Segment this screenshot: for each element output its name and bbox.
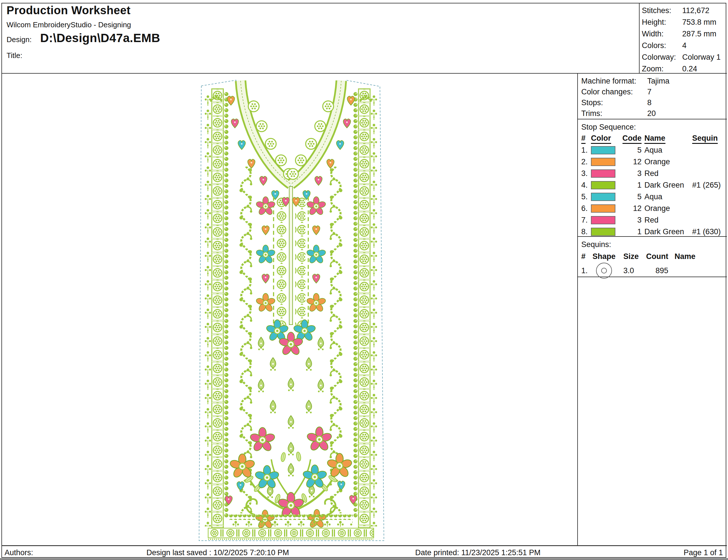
stop-sequence-row: 8.1Dark Green#1 (630) <box>578 226 727 238</box>
info-row-zoom: Zoom: 0.24 <box>640 63 727 75</box>
paisley-drops <box>258 337 324 429</box>
machine-info-section: Machine format: Tajima Color changes: 7 … <box>578 74 727 119</box>
design-preview-area <box>1 74 577 545</box>
machine-format-row: Machine format: Tajima <box>578 76 727 86</box>
stops-row: Stops: 8 <box>578 97 727 108</box>
stop-sequence-row: 3.3Red <box>578 168 727 179</box>
col-sequin: Sequin <box>692 134 718 144</box>
design-path: D:\Design\D47a.EMB <box>40 31 160 45</box>
info-label: Width: <box>640 28 682 40</box>
color-changes-row: Color changes: 7 <box>578 86 727 97</box>
stop-sequence-row: 2.12Orange <box>578 156 727 168</box>
page-edge-shadow <box>0 558 728 560</box>
stop-sequence-row: 4.1Dark Green#1 (265) <box>578 179 727 191</box>
stop-sequence-row: 1.5Aqua <box>578 144 727 156</box>
col-size: Size <box>623 252 639 261</box>
col-name: Name <box>675 252 696 261</box>
color-swatch <box>591 228 615 236</box>
machine-label: Trims: <box>578 108 647 119</box>
machine-value: 7 <box>647 86 727 97</box>
info-value: 0.24 <box>682 63 727 75</box>
machine-label: Machine format: <box>578 76 647 86</box>
sequins-header: # Shape Size Count Name <box>578 251 727 263</box>
machine-label: Stops: <box>578 97 647 108</box>
info-label: Colors: <box>640 40 682 51</box>
design-row: Design: D:\Design\D47a.EMB <box>7 31 160 45</box>
color-swatch <box>591 193 615 201</box>
col-count: Count <box>646 252 668 261</box>
info-label: Height: <box>640 16 682 28</box>
page-number: Page 1 of 1 <box>684 548 723 557</box>
header: Production Worksheet Wilcom EmbroiderySt… <box>2 3 638 73</box>
col-name: Name <box>644 134 665 144</box>
info-value: 287.5 mm <box>682 28 727 40</box>
last-saved-text: Design last saved : 10/2/2025 7:20:10 PM <box>146 548 289 557</box>
info-label: Colorway: <box>640 51 682 63</box>
col-num: # <box>581 252 586 261</box>
info-row-colors: Colors: 4 <box>640 40 727 51</box>
authors-label: Authors: <box>5 548 33 557</box>
stop-sequence-heading: Stop Sequence: <box>578 119 727 133</box>
sequins-heading: Sequins: <box>578 237 727 251</box>
stop-sequence-row: 5.5Aqua <box>578 191 727 203</box>
page-title: Production Worksheet <box>7 4 131 17</box>
color-swatch <box>591 205 615 213</box>
sequins-rows: 1.3.0895 <box>578 263 727 279</box>
color-swatch <box>591 146 615 154</box>
stop-sequence-header: # Color Code Name Sequin <box>578 133 727 144</box>
info-value: 112,672 <box>682 5 727 16</box>
date-printed-text: Date printed: 11/23/2025 1:25:51 PM <box>415 548 541 557</box>
machine-label: Color changes: <box>578 86 647 97</box>
production-details-panel: Machine format: Tajima Color changes: 7 … <box>577 74 727 545</box>
info-label: Zoom: <box>640 63 682 75</box>
design-label: Design: <box>7 35 32 44</box>
sequin-shape-icon <box>591 263 617 279</box>
production-worksheet-page: Production Worksheet Wilcom EmbroiderySt… <box>0 0 728 560</box>
color-swatch <box>591 216 615 224</box>
machine-value: 8 <box>647 97 727 108</box>
stop-sequence-row: 6.12Orange <box>578 203 727 214</box>
central-column <box>256 187 326 325</box>
trims-row: Trims: 20 <box>578 108 727 119</box>
title-label: Title: <box>7 51 22 60</box>
col-shape: Shape <box>592 252 615 261</box>
sequin-row: 1.3.0895 <box>578 263 727 279</box>
center-flower-cluster <box>266 320 316 356</box>
stop-sequence-row: 7.3Red <box>578 214 727 226</box>
info-value: 753.8 mm <box>682 16 727 28</box>
info-value: Colorway 1 <box>682 51 727 63</box>
app-subtitle: Wilcom EmbroideryStudio - Designing <box>7 20 131 29</box>
sequins-section: Sequins: # Shape Size Count Name 1.3.089… <box>578 237 727 277</box>
stop-sequence-section: Stop Sequence: # Color Code Name Sequin … <box>578 119 727 237</box>
bottom-border-bands <box>208 514 374 539</box>
stop-sequence-rows: 1.5Aqua2.12Orange3.3Red4.1Dark Green#1 (… <box>578 144 727 238</box>
col-code: Code <box>622 134 642 144</box>
embroidery-design-preview <box>198 73 385 544</box>
color-swatch <box>591 170 615 178</box>
color-swatch <box>591 181 615 189</box>
info-row-width: Width: 287.5 mm <box>640 28 727 40</box>
machine-value: 20 <box>647 108 727 119</box>
info-label: Stitches: <box>640 5 682 16</box>
col-num: # <box>581 134 586 144</box>
info-value: 4 <box>682 40 727 51</box>
machine-value: Tajima <box>647 76 727 86</box>
design-info-box: Stitches: 112,672 Height: 753.8 mm Width… <box>639 3 727 73</box>
footer-bar: Authors: Design last saved : 10/2/2025 7… <box>1 545 727 558</box>
color-swatch <box>591 158 615 166</box>
info-row-height: Height: 753.8 mm <box>640 16 727 28</box>
info-row-colorway: Colorway: Colorway 1 <box>640 51 727 63</box>
info-row-stitches: Stitches: 112,672 <box>640 5 727 16</box>
col-color: Color <box>591 134 611 144</box>
